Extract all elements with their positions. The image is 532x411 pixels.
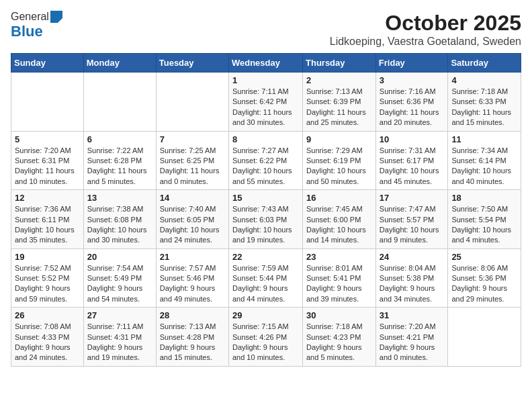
calendar-table: SundayMondayTuesdayWednesdayThursdayFrid… xyxy=(11,53,521,367)
weekday-header-monday: Monday xyxy=(83,54,156,73)
cell-daylight-info: Sunrise: 7:11 AM Sunset: 4:31 PM Dayligh… xyxy=(87,322,152,363)
calendar-cell: 1Sunrise: 7:11 AM Sunset: 6:42 PM Daylig… xyxy=(228,73,302,132)
logo-blue-text: Blue xyxy=(11,23,43,40)
cell-daylight-info: Sunrise: 7:08 AM Sunset: 4:33 PM Dayligh… xyxy=(15,322,80,363)
cell-daylight-info: Sunrise: 7:34 AM Sunset: 6:14 PM Dayligh… xyxy=(451,146,517,187)
calendar-subtitle: Lidkoeping, Vaestra Goetaland, Sweden xyxy=(330,36,521,48)
cell-date-number: 10 xyxy=(380,134,445,144)
logo-general-text: General xyxy=(11,11,49,23)
calendar-cell xyxy=(11,73,84,132)
cell-daylight-info: Sunrise: 7:38 AM Sunset: 6:08 PM Dayligh… xyxy=(87,204,152,246)
calendar-week-4: 26Sunrise: 7:08 AM Sunset: 4:33 PM Dayli… xyxy=(11,308,521,367)
weekday-header-saturday: Saturday xyxy=(448,54,521,73)
cell-daylight-info: Sunrise: 7:52 AM Sunset: 5:52 PM Dayligh… xyxy=(15,263,80,305)
calendar-cell: 10Sunrise: 7:31 AM Sunset: 6:17 PM Dayli… xyxy=(375,131,448,190)
cell-date-number: 11 xyxy=(451,134,517,144)
logo-icon xyxy=(50,11,62,23)
cell-date-number: 23 xyxy=(306,252,372,262)
cell-date-number: 5 xyxy=(15,134,80,144)
calendar-cell: 13Sunrise: 7:38 AM Sunset: 6:08 PM Dayli… xyxy=(83,190,156,249)
svg-marker-0 xyxy=(50,11,62,23)
cell-daylight-info: Sunrise: 7:45 AM Sunset: 6:00 PM Dayligh… xyxy=(306,204,372,246)
cell-daylight-info: Sunrise: 7:36 AM Sunset: 6:11 PM Dayligh… xyxy=(15,204,80,246)
cell-date-number: 16 xyxy=(306,193,372,203)
cell-daylight-info: Sunrise: 7:22 AM Sunset: 6:28 PM Dayligh… xyxy=(87,146,152,187)
calendar-cell: 22Sunrise: 7:59 AM Sunset: 5:44 PM Dayli… xyxy=(228,248,302,308)
cell-date-number: 6 xyxy=(87,134,152,144)
calendar-cell: 28Sunrise: 7:13 AM Sunset: 4:28 PM Dayli… xyxy=(156,308,228,367)
cell-daylight-info: Sunrise: 8:01 AM Sunset: 5:41 PM Dayligh… xyxy=(306,263,372,305)
cell-daylight-info: Sunrise: 7:20 AM Sunset: 4:21 PM Dayligh… xyxy=(380,322,445,363)
cell-daylight-info: Sunrise: 7:18 AM Sunset: 4:23 PM Dayligh… xyxy=(306,322,372,363)
cell-date-number: 29 xyxy=(232,310,299,320)
cell-daylight-info: Sunrise: 8:06 AM Sunset: 5:36 PM Dayligh… xyxy=(451,263,517,305)
calendar-cell: 9Sunrise: 7:29 AM Sunset: 6:19 PM Daylig… xyxy=(303,131,376,190)
calendar-week-2: 12Sunrise: 7:36 AM Sunset: 6:11 PM Dayli… xyxy=(11,190,521,249)
calendar-cell xyxy=(83,73,156,132)
calendar-cell: 18Sunrise: 7:50 AM Sunset: 5:54 PM Dayli… xyxy=(448,190,521,249)
cell-date-number: 31 xyxy=(380,310,445,320)
cell-date-number: 4 xyxy=(451,75,517,85)
calendar-cell: 31Sunrise: 7:20 AM Sunset: 4:21 PM Dayli… xyxy=(375,308,448,367)
calendar-cell: 11Sunrise: 7:34 AM Sunset: 6:14 PM Dayli… xyxy=(448,131,521,190)
cell-date-number: 18 xyxy=(451,193,517,203)
calendar-cell: 15Sunrise: 7:43 AM Sunset: 6:03 PM Dayli… xyxy=(228,190,302,249)
cell-daylight-info: Sunrise: 7:43 AM Sunset: 6:03 PM Dayligh… xyxy=(232,204,299,246)
calendar-cell: 4Sunrise: 7:18 AM Sunset: 6:33 PM Daylig… xyxy=(448,73,521,132)
cell-date-number: 17 xyxy=(380,193,445,203)
cell-daylight-info: Sunrise: 7:15 AM Sunset: 4:26 PM Dayligh… xyxy=(232,322,299,363)
cell-daylight-info: Sunrise: 7:50 AM Sunset: 5:54 PM Dayligh… xyxy=(451,204,517,246)
calendar-cell: 24Sunrise: 8:04 AM Sunset: 5:38 PM Dayli… xyxy=(375,248,448,308)
calendar-cell: 19Sunrise: 7:52 AM Sunset: 5:52 PM Dayli… xyxy=(11,248,84,308)
cell-date-number: 15 xyxy=(232,193,299,203)
calendar-header: SundayMondayTuesdayWednesdayThursdayFrid… xyxy=(11,54,521,73)
calendar-cell: 20Sunrise: 7:54 AM Sunset: 5:49 PM Dayli… xyxy=(83,248,156,308)
cell-date-number: 20 xyxy=(87,252,152,262)
cell-daylight-info: Sunrise: 7:54 AM Sunset: 5:49 PM Dayligh… xyxy=(87,263,152,305)
calendar-cell: 30Sunrise: 7:18 AM Sunset: 4:23 PM Dayli… xyxy=(303,308,376,367)
calendar-cell: 2Sunrise: 7:13 AM Sunset: 6:39 PM Daylig… xyxy=(303,73,376,132)
calendar-cell xyxy=(156,73,228,132)
cell-daylight-info: Sunrise: 7:47 AM Sunset: 5:57 PM Dayligh… xyxy=(380,204,445,246)
calendar-cell: 27Sunrise: 7:11 AM Sunset: 4:31 PM Dayli… xyxy=(83,308,156,367)
cell-date-number: 12 xyxy=(15,193,80,203)
calendar-cell: 17Sunrise: 7:47 AM Sunset: 5:57 PM Dayli… xyxy=(375,190,448,249)
cell-daylight-info: Sunrise: 7:31 AM Sunset: 6:17 PM Dayligh… xyxy=(380,146,445,187)
cell-date-number: 30 xyxy=(306,310,372,320)
calendar-cell: 21Sunrise: 7:57 AM Sunset: 5:46 PM Dayli… xyxy=(156,248,228,308)
cell-daylight-info: Sunrise: 7:29 AM Sunset: 6:19 PM Dayligh… xyxy=(306,146,372,187)
calendar-cell: 23Sunrise: 8:01 AM Sunset: 5:41 PM Dayli… xyxy=(303,248,376,308)
cell-date-number: 25 xyxy=(451,252,517,262)
cell-date-number: 2 xyxy=(306,75,372,85)
calendar-cell: 16Sunrise: 7:45 AM Sunset: 6:00 PM Dayli… xyxy=(303,190,376,249)
cell-date-number: 26 xyxy=(15,310,80,320)
cell-daylight-info: Sunrise: 7:20 AM Sunset: 6:31 PM Dayligh… xyxy=(15,146,80,187)
cell-date-number: 28 xyxy=(160,310,225,320)
logo: General Blue xyxy=(11,11,62,40)
calendar-cell: 5Sunrise: 7:20 AM Sunset: 6:31 PM Daylig… xyxy=(11,131,84,190)
cell-daylight-info: Sunrise: 8:04 AM Sunset: 5:38 PM Dayligh… xyxy=(380,263,445,305)
cell-daylight-info: Sunrise: 7:40 AM Sunset: 6:05 PM Dayligh… xyxy=(160,204,225,246)
cell-daylight-info: Sunrise: 7:16 AM Sunset: 6:36 PM Dayligh… xyxy=(380,87,445,128)
calendar-cell: 26Sunrise: 7:08 AM Sunset: 4:33 PM Dayli… xyxy=(11,308,84,367)
calendar-cell: 8Sunrise: 7:27 AM Sunset: 6:22 PM Daylig… xyxy=(228,131,302,190)
calendar-week-1: 5Sunrise: 7:20 AM Sunset: 6:31 PM Daylig… xyxy=(11,131,521,190)
weekday-header-friday: Friday xyxy=(375,54,448,73)
calendar-body: 1Sunrise: 7:11 AM Sunset: 6:42 PM Daylig… xyxy=(11,73,521,367)
cell-date-number: 13 xyxy=(87,193,152,203)
title-block: October 2025 Lidkoeping, Vaestra Goetala… xyxy=(330,11,521,48)
cell-daylight-info: Sunrise: 7:11 AM Sunset: 6:42 PM Dayligh… xyxy=(232,87,299,128)
weekday-header-thursday: Thursday xyxy=(303,54,376,73)
page-header: General Blue October 2025 Lidkoeping, Va… xyxy=(11,11,521,48)
cell-date-number: 8 xyxy=(232,134,299,144)
cell-daylight-info: Sunrise: 7:18 AM Sunset: 6:33 PM Dayligh… xyxy=(451,87,517,128)
cell-date-number: 3 xyxy=(380,75,445,85)
calendar-cell: 6Sunrise: 7:22 AM Sunset: 6:28 PM Daylig… xyxy=(83,131,156,190)
cell-date-number: 7 xyxy=(160,134,225,144)
weekday-header-sunday: Sunday xyxy=(11,54,84,73)
cell-date-number: 22 xyxy=(232,252,299,262)
cell-date-number: 27 xyxy=(87,310,152,320)
calendar-cell xyxy=(448,308,521,367)
cell-date-number: 9 xyxy=(306,134,372,144)
cell-daylight-info: Sunrise: 7:13 AM Sunset: 6:39 PM Dayligh… xyxy=(306,87,372,128)
